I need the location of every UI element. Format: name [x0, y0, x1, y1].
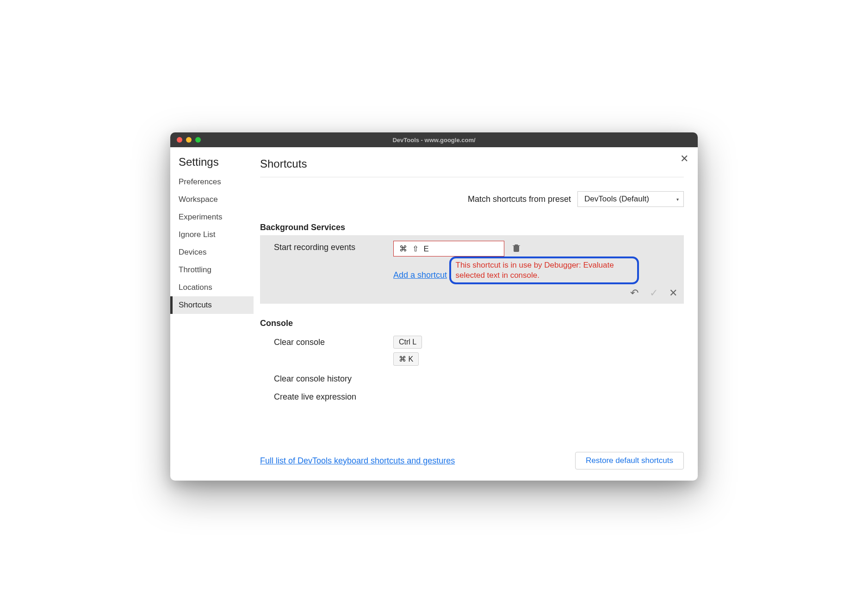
- action-label: Clear console history: [274, 374, 385, 384]
- sidebar-item-locations[interactable]: Locations: [170, 279, 254, 296]
- preset-value: DevTools (Default): [584, 194, 649, 203]
- add-shortcut-link[interactable]: Add a shortcut: [393, 270, 447, 280]
- restore-defaults-button[interactable]: Restore default shortcuts: [575, 452, 684, 469]
- shortcut-badge: ⌘ K: [393, 352, 419, 366]
- window-close-button[interactable]: [177, 137, 182, 143]
- section-background-services-heading: Background Services: [260, 218, 684, 235]
- page-title: Shortcuts: [260, 157, 684, 177]
- window-minimize-button[interactable]: [186, 137, 192, 143]
- footer: Full list of DevTools keyboard shortcuts…: [260, 441, 684, 471]
- sidebar-item-preferences[interactable]: Preferences: [170, 173, 254, 191]
- sidebar-item-devices[interactable]: Devices: [170, 244, 254, 261]
- sidebar-item-experiments[interactable]: Experiments: [170, 208, 254, 226]
- preset-row: Match shortcuts from preset DevTools (De…: [260, 177, 684, 218]
- traffic-lights: [170, 137, 201, 143]
- section-console-heading: Console: [260, 314, 684, 331]
- titlebar: DevTools - www.google.com/: [170, 132, 698, 147]
- close-panel-button[interactable]: ✕: [680, 154, 688, 164]
- chevron-down-icon: ▾: [676, 197, 679, 202]
- devtools-window: DevTools - www.google.com/ ✕ Settings Pr…: [170, 132, 698, 481]
- delete-shortcut-button[interactable]: [513, 244, 520, 254]
- shortcut-badge-row: ⌘ K: [260, 352, 684, 369]
- window-title: DevTools - www.google.com/: [170, 137, 698, 144]
- action-label: Clear console: [274, 338, 385, 347]
- action-clear-console[interactable]: Clear console Ctrl L: [260, 331, 684, 352]
- preset-label: Match shortcuts from preset: [468, 194, 571, 204]
- shortcut-conflict-warning: This shortcut is in use by Debugger: Eva…: [449, 256, 639, 284]
- content: ✕ Settings Preferences Workspace Experim…: [170, 147, 698, 481]
- preset-select[interactable]: DevTools (Default) ▾: [577, 191, 684, 207]
- sidebar-item-shortcuts[interactable]: Shortcuts: [170, 296, 254, 314]
- sidebar-item-throttling[interactable]: Throttling: [170, 261, 254, 279]
- action-right: Add a shortcut This shortcut is in use b…: [393, 241, 677, 284]
- error-text: This shortcut is in use by Debugger: Eva…: [456, 260, 632, 281]
- undo-icon[interactable]: ↶: [630, 287, 639, 299]
- shortcut-badge: Ctrl L: [393, 336, 422, 349]
- edit-actions: ↶ ✓ ✕: [630, 287, 677, 299]
- settings-sidebar: Settings Preferences Workspace Experimen…: [170, 147, 254, 481]
- full-list-link[interactable]: Full list of DevTools keyboard shortcuts…: [260, 456, 455, 466]
- confirm-icon[interactable]: ✓: [650, 287, 658, 299]
- sidebar-item-workspace[interactable]: Workspace: [170, 191, 254, 208]
- sidebar-item-ignore-list[interactable]: Ignore List: [170, 226, 254, 244]
- shortcut-input[interactable]: [393, 241, 504, 256]
- window-maximize-button[interactable]: [195, 137, 201, 143]
- action-label: Start recording events: [274, 241, 385, 252]
- action-start-recording-events: Start recording events Add a shortcut: [260, 235, 684, 304]
- action-clear-console-history[interactable]: Clear console history: [260, 369, 684, 388]
- main-panel: Shortcuts Match shortcuts from preset De…: [254, 147, 698, 481]
- action-label: Create live expression: [274, 392, 385, 402]
- cancel-icon[interactable]: ✕: [669, 287, 677, 299]
- trash-icon: [513, 244, 520, 252]
- action-create-live-expression[interactable]: Create live expression: [260, 388, 684, 406]
- sidebar-title: Settings: [170, 156, 254, 173]
